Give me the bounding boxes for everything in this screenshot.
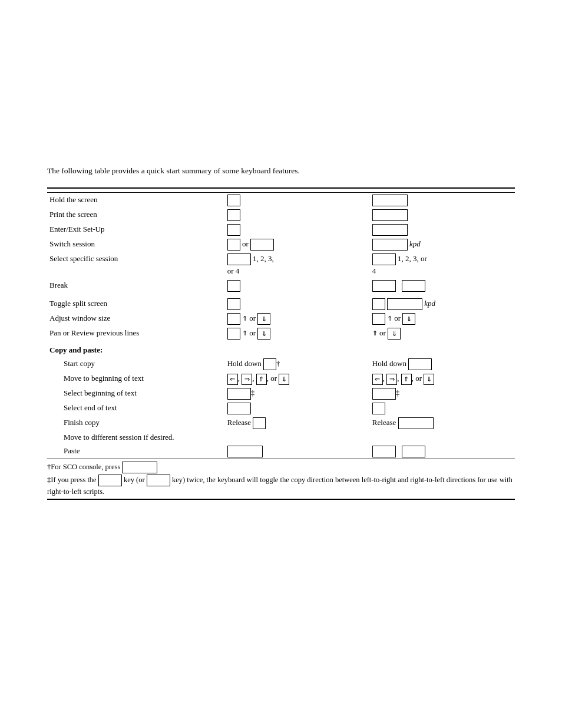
key-box — [387, 298, 422, 310]
key-box — [250, 239, 274, 251]
key-box — [372, 253, 396, 265]
table-row: Switch session or kpd — [47, 237, 515, 252]
action-label: Break — [47, 278, 225, 293]
pc-cell — [370, 401, 515, 416]
action-label: Finish copy — [47, 416, 225, 430]
table-row: Break — [47, 278, 515, 293]
footnote-direction: ‡If you press the key (or key) twice, th… — [47, 475, 515, 498]
arrow-right-box: ⇒ — [242, 374, 252, 385]
footnote-sco: †For SCO console, press — [47, 462, 515, 473]
action-label: Copy and paste: — [47, 341, 225, 357]
arrow-down-box: ⇓ — [279, 374, 289, 385]
vt-cell — [225, 193, 370, 208]
arrow-up-box: ⇑ — [401, 374, 412, 385]
table-row: Copy and paste: — [47, 341, 515, 357]
pc-cell — [370, 222, 515, 237]
table-row: Start copy Hold down † Hold down — [47, 357, 515, 371]
keyboard-table: Hold the screen Print the screen — [47, 189, 515, 459]
pc-cell: ⇐, ⇒, ⇑, or ⇓ — [370, 371, 515, 386]
key-box — [227, 313, 240, 325]
page: The following table provides a quick sta… — [0, 0, 562, 728]
arrow-left-box: ⇐ — [227, 374, 238, 385]
vt-cell: ⇑ or ⇓ — [225, 326, 370, 341]
key-box — [227, 280, 240, 292]
key-box — [227, 446, 263, 457]
key-box — [372, 313, 385, 325]
table-row: Move to beginning of text ⇐, ⇒, ⇑, or ⇓ … — [47, 371, 515, 386]
key-box — [372, 280, 396, 292]
key-box: ⇓ — [257, 328, 270, 340]
key-box — [227, 253, 251, 265]
key-box — [372, 446, 396, 457]
action-label: Select specific session — [47, 252, 225, 278]
table-row: Enter/Exit Set-Up — [47, 222, 515, 237]
pc-cell: kpd — [370, 237, 515, 252]
key-box — [372, 239, 408, 251]
intro-text: The following table provides a quick sta… — [47, 165, 377, 177]
action-label: Pan or Review previous lines — [47, 326, 225, 341]
key-box — [372, 388, 396, 400]
key-box — [372, 403, 385, 414]
vt-cell: or — [225, 237, 370, 252]
key-box — [398, 417, 434, 429]
arrow-up-box: ⇑ — [256, 374, 267, 385]
pc-cell: 1, 2, 3, or4 — [370, 252, 515, 278]
key-box — [408, 358, 432, 370]
key-box: ⇓ — [388, 328, 401, 340]
key-box — [372, 195, 408, 206]
pc-cell: Release — [370, 416, 515, 430]
main-table-container: Hold the screen Print the screen — [47, 187, 515, 500]
table-row: Toggle split screen kpd — [47, 297, 515, 311]
key-box — [227, 298, 240, 310]
pc-cell: kpd — [370, 297, 515, 311]
key-box — [227, 388, 251, 400]
vt-cell: Release — [225, 416, 370, 430]
key-box — [402, 446, 425, 457]
key-box — [98, 475, 122, 486]
table-row: Paste — [47, 444, 515, 459]
arrow-right-box: ⇒ — [386, 374, 397, 385]
key-box — [402, 280, 425, 292]
action-label: Start copy — [47, 357, 225, 371]
arrow-left-box: ⇐ — [372, 374, 383, 385]
key-box — [227, 239, 240, 251]
pc-cell: ⇑ or ⇓ — [370, 326, 515, 341]
vt-cell: Hold down † — [225, 357, 370, 371]
vt-cell — [225, 401, 370, 416]
action-label: Enter/Exit Set-Up — [47, 222, 225, 237]
pc-cell — [370, 193, 515, 208]
table-row: Pan or Review previous lines ⇑ or ⇓ ⇑ or… — [47, 326, 515, 341]
vt-cell: ⇐, ⇒, ⇑, or ⇓ — [225, 371, 370, 386]
vt-cell — [225, 297, 370, 311]
pc-cell: ‡ — [370, 386, 515, 401]
action-label: Adjust window size — [47, 311, 225, 326]
table-row: Hold the screen — [47, 193, 515, 208]
action-label: Select beginning of text — [47, 386, 225, 401]
key-box — [227, 224, 240, 236]
key-box — [227, 195, 240, 206]
key-box: ⇓ — [402, 313, 415, 325]
table-row: Move to different session if desired. — [47, 430, 515, 444]
action-label: Toggle split screen — [47, 297, 225, 311]
key-box — [122, 462, 157, 473]
key-box — [253, 417, 266, 429]
action-label: Paste — [47, 444, 225, 459]
pc-cell — [370, 207, 515, 222]
key-box — [227, 403, 251, 414]
pc-cell: ⇑ or ⇓ — [370, 311, 515, 326]
table-row: Select beginning of text ‡ ‡ — [47, 386, 515, 401]
vt-cell — [225, 444, 370, 459]
key-box — [372, 224, 408, 236]
key-box — [263, 358, 276, 370]
key-box — [227, 328, 240, 340]
key-box — [227, 209, 240, 221]
vt-cell: ‡ — [225, 386, 370, 401]
arrow-down-box: ⇓ — [424, 374, 434, 385]
vt-cell: ⇑ or ⇓ — [225, 311, 370, 326]
action-label: Print the screen — [47, 207, 225, 222]
key-box — [372, 209, 408, 221]
table-row: Print the screen — [47, 207, 515, 222]
vt-cell: 1, 2, 3,or 4 — [225, 252, 370, 278]
action-label: Move to different session if desired. — [47, 430, 515, 444]
table-row: Select specific session 1, 2, 3,or 4 1, … — [47, 252, 515, 278]
